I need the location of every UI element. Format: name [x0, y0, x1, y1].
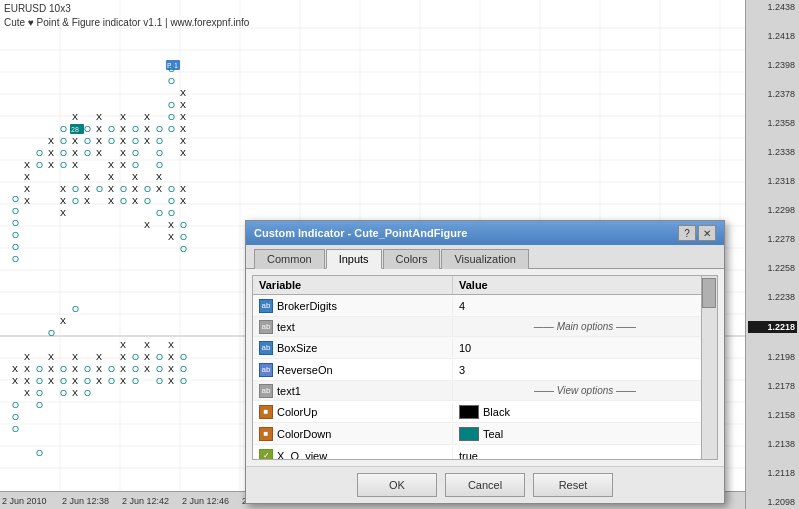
svg-text:O: O	[156, 376, 163, 386]
svg-text:X: X	[144, 136, 150, 146]
table-row[interactable]: ✓ X_O_view true	[253, 445, 717, 460]
svg-text:X: X	[72, 136, 78, 146]
val-broker-digits: 4	[453, 298, 717, 314]
icon-num-3: ab	[259, 363, 273, 377]
svg-text:X: X	[120, 376, 126, 386]
svg-text:O: O	[180, 364, 187, 374]
svg-text:O: O	[12, 254, 19, 264]
svg-text:X: X	[48, 148, 54, 158]
svg-text:O: O	[144, 196, 151, 206]
svg-text:O: O	[36, 448, 43, 458]
table-row: ab text1 —— View options ——	[253, 381, 717, 401]
svg-text:O: O	[84, 388, 91, 398]
chart-title: EURUSD 10x3	[4, 2, 249, 16]
var-text: ab text	[253, 318, 453, 336]
svg-text:O: O	[156, 352, 163, 362]
var-colordown: ■ ColorDown	[253, 425, 453, 443]
table-row[interactable]: ■ ColorDown Teal	[253, 423, 717, 445]
svg-text:X: X	[96, 148, 102, 158]
svg-text:X: X	[168, 232, 174, 242]
svg-text:X: X	[24, 196, 30, 206]
tabs-bar: Common Inputs Colors Visualization	[246, 245, 724, 269]
svg-text:X: X	[120, 112, 126, 122]
svg-text:O: O	[168, 112, 175, 122]
price-14: 1.2178	[748, 381, 797, 391]
svg-text:X: X	[60, 196, 66, 206]
var-colorup: ■ ColorUp	[253, 403, 453, 421]
table-row[interactable]: ■ ColorUp Black	[253, 401, 717, 423]
reset-button[interactable]: Reset	[533, 473, 613, 497]
tab-common[interactable]: Common	[254, 249, 325, 269]
table-row: ab text —— Main options ——	[253, 317, 717, 337]
time-2: 2 Jun 12:42	[122, 496, 169, 506]
svg-text:X: X	[108, 160, 114, 170]
svg-text:X: X	[168, 376, 174, 386]
icon-num-2: ab	[259, 341, 273, 355]
dialog: Custom Indicator - Cute_PointAndFigure ?…	[245, 220, 725, 504]
svg-text:X: X	[24, 376, 30, 386]
svg-text:O: O	[12, 230, 19, 240]
icon-color-down: ■	[259, 427, 273, 441]
price-18: 1.2098	[748, 497, 797, 507]
svg-text:O: O	[60, 376, 67, 386]
svg-text:O: O	[36, 400, 43, 410]
table-row[interactable]: ab ReverseOn 3	[253, 359, 717, 381]
svg-text:X: X	[144, 364, 150, 374]
price-15: 1.2158	[748, 410, 797, 420]
svg-text:X: X	[84, 196, 90, 206]
svg-text:X: X	[24, 364, 30, 374]
svg-text:X: X	[120, 148, 126, 158]
svg-text:O: O	[156, 124, 163, 134]
svg-text:O: O	[108, 136, 115, 146]
ok-button[interactable]: OK	[357, 473, 437, 497]
svg-text:O: O	[60, 364, 67, 374]
dialog-close-button[interactable]: ✕	[698, 225, 716, 241]
tab-colors[interactable]: Colors	[383, 249, 441, 269]
svg-text:O: O	[60, 148, 67, 158]
svg-text:X: X	[24, 160, 30, 170]
dialog-titlebar: Custom Indicator - Cute_PointAndFigure ?…	[246, 221, 724, 245]
table-row[interactable]: ab BrokerDigits 4	[253, 295, 717, 317]
tab-visualization[interactable]: Visualization	[441, 249, 529, 269]
svg-text:O: O	[180, 220, 187, 230]
table-row[interactable]: ab BoxSize 10	[253, 337, 717, 359]
svg-text:O: O	[168, 124, 175, 134]
chart-header: EURUSD 10x3 Cute ♥ Point & Figure indica…	[4, 2, 249, 30]
svg-text:O: O	[180, 232, 187, 242]
svg-text:O: O	[12, 242, 19, 252]
svg-text:X: X	[48, 364, 54, 374]
svg-text:X: X	[168, 364, 174, 374]
header-variable: Variable	[253, 276, 453, 294]
price-8: 1.2298	[748, 205, 797, 215]
scrollbar-track[interactable]	[701, 276, 717, 459]
svg-text:O: O	[156, 136, 163, 146]
svg-text:O: O	[12, 412, 19, 422]
svg-text:O: O	[12, 424, 19, 434]
header-value: Value	[453, 276, 717, 294]
cancel-button[interactable]: Cancel	[445, 473, 525, 497]
svg-text:X: X	[96, 364, 102, 374]
svg-text:O: O	[156, 160, 163, 170]
dialog-help-button[interactable]: ?	[678, 225, 696, 241]
svg-text:O: O	[144, 184, 151, 194]
svg-text:O: O	[156, 148, 163, 158]
price-9: 1.2278	[748, 234, 797, 244]
svg-text:X: X	[84, 184, 90, 194]
svg-text:X: X	[120, 124, 126, 134]
svg-text:O: O	[36, 364, 43, 374]
price-1: 1.2438	[748, 2, 797, 12]
svg-text:X: X	[84, 172, 90, 182]
svg-text:X: X	[168, 352, 174, 362]
svg-text:O: O	[168, 76, 175, 86]
tab-inputs[interactable]: Inputs	[326, 249, 382, 269]
svg-text:X: X	[96, 136, 102, 146]
svg-text:X: X	[180, 184, 186, 194]
svg-text:X: X	[144, 220, 150, 230]
svg-text:X: X	[180, 112, 186, 122]
svg-text:O: O	[120, 196, 127, 206]
svg-text:X: X	[48, 352, 54, 362]
svg-text:O: O	[60, 136, 67, 146]
scrollbar-thumb[interactable]	[702, 278, 716, 308]
price-current: 1.2218	[748, 321, 797, 333]
svg-text:O: O	[108, 376, 115, 386]
